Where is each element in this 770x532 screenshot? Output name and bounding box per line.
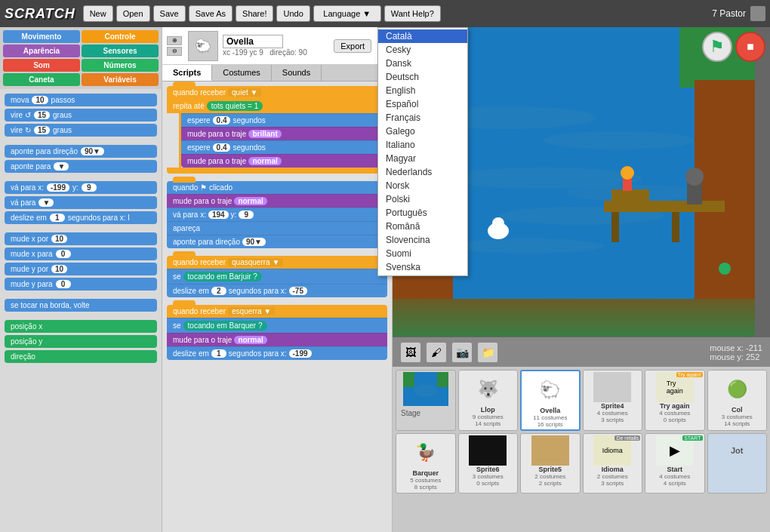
cmd-espere-1[interactable]: espere 0.4 segundos — [181, 113, 387, 127]
cat-sensores[interactable]: Sensores — [82, 45, 159, 57]
block-aponte-para[interactable]: aponte para ▼ — [5, 160, 157, 173]
block-vire-right[interactable]: vire ↻ 15 graus — [5, 124, 157, 137]
sprite-card-barquer[interactable]: 🦆 Barquer 5 costumes8 scripts — [396, 433, 456, 494]
block-mude-x-para[interactable]: mude x para 0 — [5, 248, 157, 260]
cat-aparencia[interactable]: Aparência — [3, 45, 80, 57]
tab-scripts[interactable]: Scripts — [162, 65, 212, 81]
lang-item-nederlands[interactable]: Nederlands — [378, 165, 467, 179]
stage-card[interactable]: Stage — [396, 370, 456, 431]
block-deslize[interactable]: deslize em 1 segundos para x: l — [5, 211, 157, 224]
block-mude-y-para[interactable]: mude y para 0 — [5, 278, 157, 291]
block-va-para-xy[interactable]: vá para x: -199 y: 9 — [5, 181, 157, 194]
language-button[interactable]: Language ▼ — [313, 5, 381, 22]
share-button[interactable]: Share! — [236, 5, 273, 22]
blocks-list: mova 10 passos vire ↺ 15 graus vire ↻ 15… — [0, 89, 162, 532]
block-va-para[interactable]: vá para ▼ — [5, 196, 157, 209]
cmd-mude-traje-normal[interactable]: mude para o traje normal — [181, 154, 387, 168]
lang-item-deutsch[interactable]: Deutsch — [378, 70, 467, 84]
sprite-card-start[interactable]: START ▶ Start 4 costumes4 scripts — [645, 433, 705, 494]
save-button[interactable]: Save — [153, 5, 186, 22]
sprite-card-sprite5[interactable]: Sprite5 2 costumes2 scripts — [520, 433, 581, 494]
lang-item-francais[interactable]: Français — [378, 111, 467, 125]
cmd-mude-traje-normal3[interactable]: mude para o traje normal — [167, 333, 387, 346]
lang-item-english[interactable]: English — [378, 84, 467, 97]
sprite-info-sprite5: 2 costumes2 scripts — [534, 473, 565, 487]
cmd-mude-traje-brillant[interactable]: mude para o traje brillant — [181, 127, 387, 140]
stage-icon-btn-1[interactable]: 🖼 — [400, 342, 421, 363]
stop-button[interactable]: ■ — [735, 32, 765, 62]
sprite-card-jot[interactable]: Jot — [707, 433, 768, 494]
sprite-name-input[interactable] — [223, 35, 283, 48]
cmd-apareca[interactable]: apareça — [167, 221, 387, 235]
cat-controle[interactable]: Controle — [82, 30, 159, 43]
cmd-if-tocando-barjuir[interactable]: se tocando em Barjuir ? — [167, 269, 387, 284]
want-help-button[interactable]: Want Help? — [384, 5, 441, 22]
svg-rect-13 — [672, 212, 679, 242]
scripts-content[interactable]: quando receber quiet ▼ repita até tots q… — [162, 81, 392, 532]
grow-toggle[interactable]: ⊖ — [167, 47, 182, 56]
save-as-button[interactable]: Save As — [189, 5, 233, 22]
lang-item-galego[interactable]: Galego — [378, 125, 467, 138]
shrink-toggle[interactable]: ⊕ — [167, 36, 182, 45]
lang-item-suomi[interactable]: Suomi — [378, 247, 467, 260]
block-direcao[interactable]: direção — [5, 350, 157, 363]
block-aponte-direcao[interactable]: aponte para direção 90▼ — [5, 145, 157, 158]
cmd-deslize-barjuir[interactable]: deslize em 2 segundos para x: -75 — [167, 284, 387, 297]
export-button[interactable]: Export — [334, 39, 371, 53]
sprite-info-start: 4 costumes4 scripts — [659, 473, 690, 487]
lang-item-romana[interactable]: Română — [378, 220, 467, 233]
hat-esquerra[interactable]: quando receber esquerra ▼ — [167, 305, 387, 318]
block-posicao-x[interactable]: posição x — [5, 320, 157, 333]
sprite-info-tryagain: 4 costumes0 scripts — [659, 410, 690, 423]
stage-icon-btn-4[interactable]: 📁 — [477, 342, 498, 363]
tab-sounds[interactable]: Sounds — [272, 65, 322, 81]
block-vire-left[interactable]: vire ↺ 15 graus — [5, 109, 157, 121]
cat-som[interactable]: Som — [3, 59, 80, 72]
cat-variaveis[interactable]: Variáveis — [82, 73, 159, 86]
stage-icon-btn-3[interactable]: 📷 — [451, 342, 473, 363]
block-mude-y-por[interactable]: mude y por 10 — [5, 263, 157, 275]
hat-flag-clicado[interactable]: quando ⚑ clicado — [167, 181, 387, 194]
lang-item-magyar[interactable]: Magyar — [378, 152, 467, 165]
block-posicao-y[interactable]: posição y — [5, 335, 157, 348]
cat-movimento[interactable]: Movimento — [3, 30, 80, 43]
lang-item-catala[interactable]: Català — [378, 29, 467, 43]
block-mude-x-por[interactable]: mude x por 10 — [5, 232, 157, 245]
sprite-card-ovella[interactable]: 🐑 Ovella 11 costumes16 scripts — [520, 370, 581, 431]
lang-item-svenska[interactable]: Svenska — [378, 260, 467, 274]
repeat-block[interactable]: repita até tots quiets = 1 — [167, 99, 387, 113]
lang-item-norsk[interactable]: Norsk — [378, 179, 467, 192]
lang-item-slovencina[interactable]: Slovencina — [378, 233, 467, 247]
undo-button[interactable]: Undo — [276, 5, 310, 22]
lang-item-cesky[interactable]: Cesky — [378, 43, 467, 57]
lang-item-portugues[interactable]: Português — [378, 206, 467, 220]
cmd-mude-traje-normal2[interactable]: mude para o traje normal — [167, 194, 387, 208]
lang-item-espanol[interactable]: Español — [378, 97, 467, 111]
cat-numeros[interactable]: Números — [82, 59, 159, 72]
tab-costumes[interactable]: Costumes — [212, 65, 272, 81]
sprite-img-llop: 🐺 — [469, 372, 507, 406]
cmd-va-para-xy[interactable]: vá para x: 194 y: 9 — [167, 208, 387, 221]
cat-caneta[interactable]: Caneta — [3, 73, 80, 86]
block-se-tocar-borda[interactable]: se tocar na borda, volte — [5, 299, 157, 312]
lang-item-dansk[interactable]: Dansk — [378, 57, 467, 70]
cmd-deslize-esquerra[interactable]: deslize em 1 segundos para x: -199 — [167, 346, 387, 360]
sprite-card-sprite4[interactable]: Sprite4 4 costumes3 scripts — [583, 370, 643, 431]
open-button[interactable]: Open — [116, 5, 150, 22]
lang-item-italiano[interactable]: Italiano — [378, 138, 467, 152]
sprite-card-llop[interactable]: 🐺 Llop 9 costumes14 scripts — [458, 370, 519, 431]
cmd-aponte-direcao[interactable]: aponte para direção 90▼ — [167, 235, 387, 248]
hat-quasquerra[interactable]: quando receber quasquerra ▼ — [167, 256, 387, 269]
lang-item-polski[interactable]: Polski — [378, 192, 467, 206]
sprite-card-tryagain[interactable]: Try again! Tryagain Try again 4 costumes… — [645, 370, 705, 431]
green-flag-button[interactable]: ⚑ — [702, 32, 732, 62]
stage-icon-btn-2[interactable]: 🖌 — [426, 342, 447, 363]
sprite-card-sprite6[interactable]: Sprite6 3 costumes0 scripts — [458, 433, 519, 494]
cmd-espere-2[interactable]: espere 0.4 segundos — [181, 140, 387, 154]
cmd-if-tocando-barquer[interactable]: se tocando em Barquer ? — [167, 318, 387, 333]
hat-quando-receber-quiet[interactable]: quando receber quiet ▼ — [167, 86, 387, 99]
sprite-card-idioma[interactable]: De retalls Idioma Idioma 2 costumes3 scr… — [583, 433, 643, 494]
sprite-card-col[interactable]: 🟢 Col 3 costumes14 scripts — [707, 370, 768, 431]
block-mova[interactable]: mova 10 passos — [5, 94, 157, 106]
new-button[interactable]: New — [83, 5, 113, 22]
